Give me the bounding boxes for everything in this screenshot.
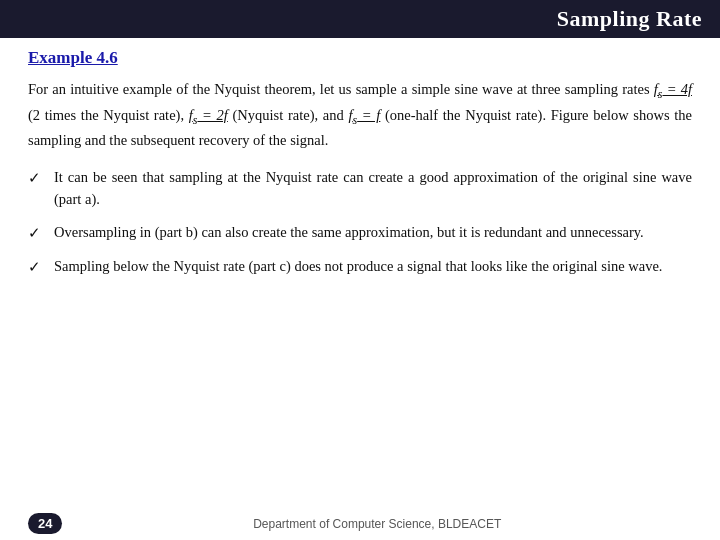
- check-icon-2: ✓: [28, 222, 50, 245]
- example-heading: Example 4.6: [28, 48, 118, 68]
- list-item: ✓ Oversampling in (part b) can also crea…: [28, 221, 692, 245]
- fs-4f: fs = 4f: [654, 81, 692, 97]
- page: Sampling Rate Example 4.6 For an intuiti…: [0, 0, 720, 540]
- bullet-list: ✓ It can be seen that sampling at the Ny…: [28, 166, 692, 279]
- list-item: ✓ It can be seen that sampling at the Ny…: [28, 166, 692, 211]
- check-icon-1: ✓: [28, 167, 50, 190]
- bullet-text-2: Oversampling in (part b) can also create…: [54, 221, 692, 243]
- content-area: Example 4.6 For an intuitive example of …: [0, 38, 720, 297]
- fs-f: fs = f: [348, 107, 380, 123]
- para-text-1: For an intuitive example of the Nyquist …: [28, 81, 692, 148]
- bullet-text-1: It can be seen that sampling at the Nyqu…: [54, 166, 692, 211]
- page-title: Sampling Rate: [557, 6, 702, 31]
- footer: 24 Department of Computer Science, BLDEA…: [0, 507, 720, 540]
- main-paragraph: For an intuitive example of the Nyquist …: [28, 78, 692, 152]
- list-item: ✓ Sampling below the Nyquist rate (part …: [28, 255, 692, 279]
- title-bar: Sampling Rate: [0, 0, 720, 38]
- page-number: 24: [28, 513, 62, 534]
- check-icon-3: ✓: [28, 256, 50, 279]
- fs-2f: fs = 2f: [189, 107, 228, 123]
- bullet-text-3: Sampling below the Nyquist rate (part c)…: [54, 255, 692, 277]
- department-label: Department of Computer Science, BLDEACET: [62, 517, 692, 531]
